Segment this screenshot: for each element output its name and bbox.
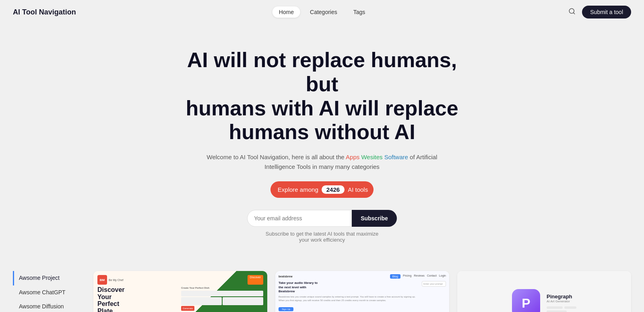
explore-after-text: AI tools — [348, 186, 371, 193]
tool-count-badge: 2426 — [322, 185, 345, 194]
card-pinegraph[interactable]: P Pinegraph AI Art Generator — [457, 271, 631, 312]
email-input[interactable] — [247, 210, 352, 227]
sidebar: Awsome Project Awsome ChatGPT Awsome Dif… — [13, 271, 93, 312]
navbar-right: Submit a tool — [567, 6, 631, 18]
nav-links: Home Categories Tags — [272, 6, 372, 18]
submit-tool-button[interactable]: Submit a tool — [582, 6, 631, 18]
svg-line-1 — [574, 12, 575, 14]
main-content: Awsome Project Awsome ChatGPT Awsome Dif… — [0, 259, 644, 312]
card-be-my-chef[interactable]: BM Be My Chef Discover DiscoverYourPerfe… — [93, 271, 267, 312]
subscribe-row: Subscribe — [8, 210, 636, 227]
explore-before-text: Explore among — [278, 186, 318, 193]
nav-categories[interactable]: Categories — [303, 6, 344, 18]
card-img-beats: beatsbrew Blog Pricing Reviews Contact L… — [275, 271, 449, 312]
site-logo: AI Tool Navigation — [13, 8, 76, 16]
sidebar-item-awesome-project[interactable]: Awsome Project — [13, 271, 85, 285]
nav-home[interactable]: Home — [272, 6, 300, 18]
sidebar-item-awesome-diffusion[interactable]: Awsome Diffusion — [13, 300, 85, 312]
card-img-chef: BM Be My Chef Discover DiscoverYourPerfe… — [93, 271, 267, 312]
highlight-software: Software — [384, 154, 408, 160]
hero-headline: AI will not replace humans, but humans w… — [181, 48, 463, 144]
nav-tags[interactable]: Tags — [347, 6, 372, 18]
navbar: AI Tool Navigation Home Categories Tags … — [0, 0, 644, 24]
card-beatsbrew[interactable]: beatsbrew Blog Pricing Reviews Contact L… — [275, 271, 449, 312]
subscribe-button[interactable]: Subscribe — [352, 210, 397, 227]
explore-button[interactable]: Explore among 2426 AI tools — [270, 181, 374, 198]
highlight-websites: Wesites — [361, 154, 382, 160]
cards-grid: BM Be My Chef Discover DiscoverYourPerfe… — [93, 271, 631, 312]
search-icon — [568, 8, 576, 15]
card-img-pine: P Pinegraph AI Art Generator — [457, 271, 631, 312]
hero-section: AI will not replace humans, but humans w… — [0, 24, 644, 259]
hero-subtitle: Welcome to AI Tool Navigation, here is a… — [205, 152, 439, 172]
highlight-apps: Apps — [346, 154, 359, 160]
subscribe-hint: Subscribe to get the latest AI tools tha… — [8, 231, 636, 243]
search-button[interactable] — [567, 6, 577, 18]
sidebar-item-awesome-chatgpt[interactable]: Awsome ChatGPT — [13, 285, 85, 300]
